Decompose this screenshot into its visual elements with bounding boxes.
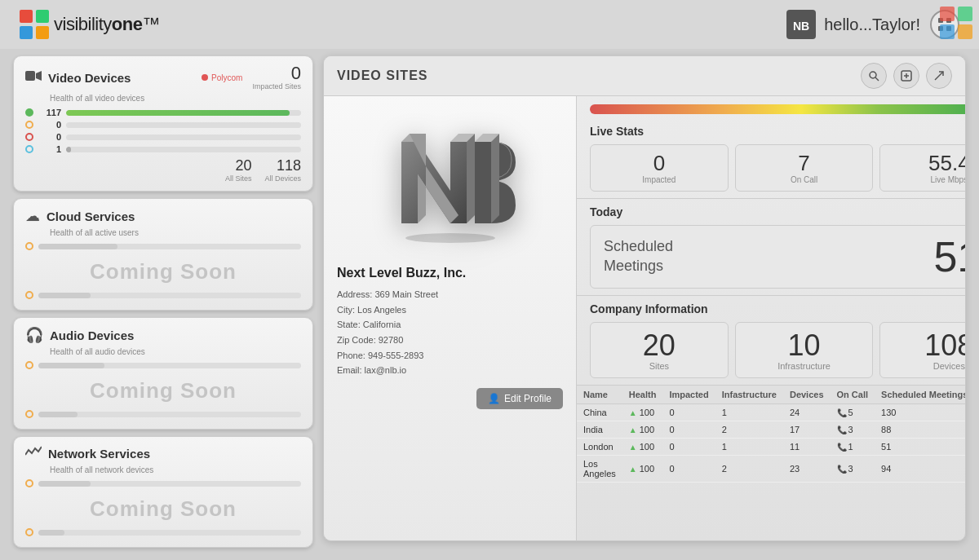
table-row[interactable]: London ▲100 0 1 11 📞1 51 3.4: [577, 439, 965, 456]
scheduled-value: 514: [933, 236, 965, 278]
progress-bar-green: [66, 110, 301, 116]
cell-name: China: [577, 404, 622, 421]
health-gradient-bar: [590, 104, 965, 114]
cloud-widget-header: ☁ Cloud Services: [25, 207, 301, 225]
devices-info-card: 108 Devices: [879, 322, 965, 379]
site-counts: 20 All Sites 118 All Devices: [25, 157, 301, 183]
corner-decoration: [940, 7, 972, 39]
cell-name: Los Angeles: [577, 456, 622, 483]
cell-meetings: 88: [875, 421, 965, 439]
export-icon: [901, 70, 912, 82]
audio-row-1: [25, 361, 301, 369]
widget-title-area: Video Devices: [25, 69, 131, 86]
cell-meetings: 51: [875, 439, 965, 456]
stats-panel: ▲ 96 Live Stats 0 Impacted 7 On Call: [577, 96, 965, 540]
video-devices-subtitle: Health of all video devices: [50, 94, 301, 103]
status-dot-blue: [25, 145, 33, 153]
audio-row-2: [25, 410, 301, 418]
cell-meetings: 94: [875, 456, 965, 483]
share-button[interactable]: [926, 63, 952, 89]
all-devices-count: 118 All Devices: [264, 157, 301, 183]
network-icon: [25, 445, 42, 462]
cell-devices: 23: [783, 456, 831, 483]
cell-infra: 1: [715, 439, 783, 456]
svg-rect-0: [20, 10, 33, 23]
panel-title: VIDEO SITES: [337, 68, 427, 83]
share-icon: [933, 70, 945, 82]
table-row[interactable]: Los Angeles ▲100 0 2 23 📞3 94 9: [577, 456, 965, 483]
edit-profile-button[interactable]: 👤 Edit Profile: [476, 388, 563, 409]
table-header-row: Name Health Impacted Infastructure Devic…: [577, 386, 965, 404]
col-health: Health: [622, 386, 663, 404]
impacted-stat-card: 0 Impacted: [590, 144, 729, 192]
cloud-row-2: [25, 291, 301, 299]
col-devices: Devices: [783, 386, 831, 404]
livembps-label: Live Mbps: [887, 175, 965, 184]
health-bar-area: ▲ 96: [577, 96, 965, 118]
logo-text: visibilityone™: [54, 14, 160, 35]
svg-rect-12: [940, 24, 955, 39]
company-info-title: Company Information: [590, 302, 965, 315]
progress-bar-red: [66, 134, 301, 140]
svg-rect-13: [958, 24, 972, 39]
scheduled-meetings-card: ScheduledMeetings 514: [590, 225, 965, 289]
svg-rect-10: [940, 7, 955, 21]
video-icon: [25, 69, 42, 86]
infrastructure-info-card: 10 Infrastructure: [735, 322, 874, 379]
search-icon: [868, 70, 879, 82]
cell-impacted: 0: [662, 439, 715, 456]
status-dot-yellow: [25, 121, 33, 129]
export-button[interactable]: [893, 63, 919, 89]
cell-meetings: 130: [875, 404, 965, 421]
cell-infra: 2: [715, 421, 783, 439]
cell-devices: 17: [783, 421, 831, 439]
table-row[interactable]: India ▲100 0 2 17 📞3 88 9.1: [577, 421, 965, 439]
audio-devices-widget: 🎧 Audio Devices Health of all audio devi…: [13, 317, 313, 430]
headphones-icon: 🎧: [25, 326, 43, 344]
svg-rect-2: [20, 26, 33, 39]
company-info: Address: 369 Main Street City: Los Angel…: [337, 287, 563, 378]
livembps-stat-card: 55.4 Live Mbps: [879, 144, 965, 192]
cell-infra: 2: [715, 456, 783, 483]
table-body: China ▲100 0 1 24 📞5 130 13.9 India ▲100…: [577, 404, 965, 483]
status-dot-green: [25, 108, 33, 117]
search-button[interactable]: [861, 63, 887, 89]
livembps-value: 55.4: [887, 152, 965, 175]
cloud-title-area: ☁ Cloud Services: [25, 207, 135, 225]
cell-impacted: 0: [662, 404, 715, 421]
progress-row-4: 1: [25, 144, 301, 154]
svg-point-16: [870, 72, 876, 78]
panel-actions: [861, 63, 952, 89]
video-devices-title: Video Devices: [48, 71, 131, 85]
svg-marker-15: [36, 71, 42, 81]
infrastructure-value: 10: [742, 329, 866, 362]
greeting-text: hello...Taylor!: [824, 15, 920, 34]
network-title-area: Network Services: [25, 445, 150, 462]
corner-icon: [940, 7, 972, 39]
progress-row-2: 0: [25, 120, 301, 130]
impacted-count: 0 Impacted Sites: [252, 64, 301, 90]
svg-rect-3: [36, 26, 49, 39]
devices-value: 108: [887, 329, 965, 362]
infrastructure-label: Infrastructure: [742, 361, 866, 371]
sidebar: Video Devices Polycom 0 Impacted Sites H…: [13, 49, 323, 548]
impacted-value: 0: [597, 152, 721, 175]
impacted-label: Impacted: [597, 175, 721, 184]
cell-health: ▲100: [622, 421, 663, 439]
svg-line-21: [935, 72, 943, 80]
svg-rect-11: [958, 7, 972, 21]
col-infra: Infastructure: [715, 386, 783, 404]
company-logo-area: [337, 109, 563, 256]
table-row[interactable]: China ▲100 0 1 24 📞5 130 13.9: [577, 404, 965, 421]
audio-devices-title: Audio Devices: [50, 329, 134, 342]
progress-bar-yellow: [66, 122, 301, 128]
cell-impacted: 0: [662, 421, 715, 439]
progress-bar-blue: [66, 147, 301, 152]
audio-coming-soon: Coming Soon: [25, 372, 301, 410]
progress-row-1: 117: [25, 108, 301, 117]
company-card: Next Level Buzz, Inc. Address: 369 Main …: [324, 96, 577, 540]
cloud-icon: ☁: [25, 207, 40, 225]
audio-title-area: 🎧 Audio Devices: [25, 326, 134, 344]
company-info-section: Company Information 20 Sites 10 Infrastr…: [577, 296, 965, 386]
all-sites-count: 20 All Sites: [225, 157, 252, 183]
